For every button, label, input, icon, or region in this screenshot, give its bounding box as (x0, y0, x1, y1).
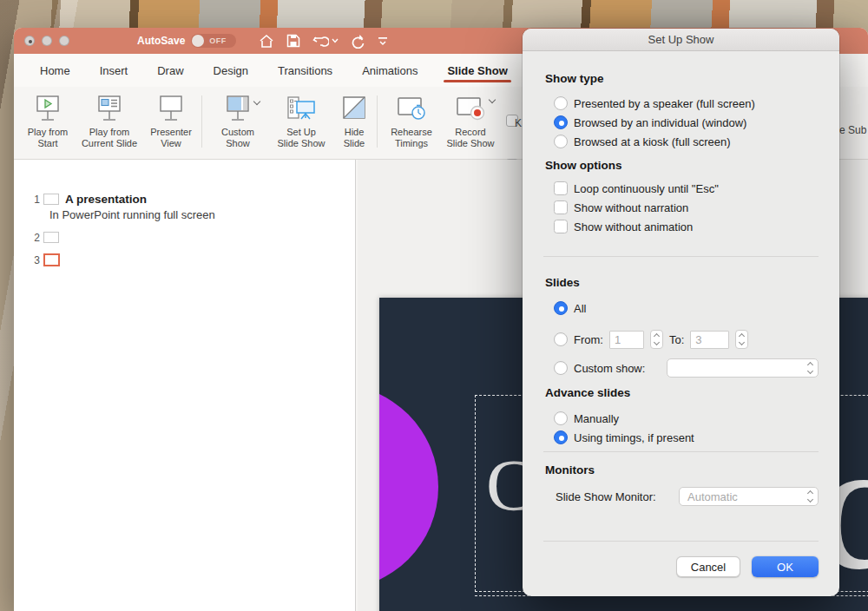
checkbox-loop-continuously[interactable]: Loop continuously until "Esc" (554, 180, 719, 197)
autosave-state: OFF (209, 36, 227, 45)
checkbox-label: Loop continuously until "Esc" (574, 182, 719, 195)
radio-icon[interactable] (554, 361, 568, 375)
set-up-slide-show-label2: Slide Show (277, 138, 325, 148)
from-input[interactable] (609, 331, 644, 349)
show-type-heading: Show type (545, 72, 604, 85)
autosave-toggle[interactable]: OFF (191, 34, 236, 48)
undo-icon[interactable] (312, 34, 329, 48)
set-up-slide-show-button[interactable]: Set UpSlide Show (269, 92, 333, 149)
radio-icon[interactable] (554, 411, 568, 425)
partial-label-right-top: e Sub (839, 124, 866, 136)
checkbox-icon[interactable] (554, 220, 568, 233)
radio-browsed-by-individual[interactable]: Browsed by an individual (window) (554, 114, 746, 131)
slides-heading: Slides (545, 276, 580, 289)
show-options-heading: Show options (545, 159, 622, 172)
partial-label-left-top: K (515, 117, 522, 129)
radio-selected-icon[interactable] (554, 301, 568, 315)
presenter-view-icon (156, 92, 186, 127)
tab-animations[interactable]: Animations (360, 56, 419, 85)
dropdown-chevrons-icon (808, 489, 812, 503)
dialog-titlebar[interactable]: Set Up Show (523, 29, 839, 51)
hide-slide-label: Hide (345, 127, 365, 137)
save-icon[interactable] (286, 34, 300, 48)
tab-draw[interactable]: Draw (155, 56, 185, 85)
undo-chevron-icon[interactable] (332, 38, 339, 43)
checkbox-icon[interactable] (554, 200, 568, 214)
redo-icon[interactable] (351, 34, 365, 49)
purple-circle-shape[interactable] (379, 384, 438, 589)
radio-label: All (574, 302, 586, 315)
play-from-current-label2: Current Slide (82, 138, 137, 148)
zoom-button[interactable] (59, 36, 69, 46)
radio-slides-from-to[interactable]: From: To: (554, 330, 748, 349)
rehearse-timings-button[interactable]: RehearseTimings (384, 92, 439, 149)
radio-using-timings[interactable]: Using timings, if present (554, 429, 694, 446)
dialog-divider (543, 451, 819, 452)
slide-1-thumbnail[interactable] (43, 194, 59, 205)
radio-manually[interactable]: Manually (554, 410, 619, 427)
slide-1-title[interactable]: A presentation (65, 193, 147, 206)
stepper-up-icon[interactable] (739, 333, 745, 339)
radio-slides-all[interactable]: All (554, 299, 586, 317)
tab-insert[interactable]: Insert (98, 56, 130, 85)
slide-3-thumbnail-selected[interactable] (43, 253, 60, 266)
stepper-down-icon[interactable] (739, 339, 745, 345)
slide-2-thumbnail[interactable] (43, 232, 59, 243)
record-dropdown-chevron-icon[interactable] (489, 96, 496, 103)
checkbox-show-without-narration[interactable]: Show without narration (554, 199, 688, 216)
slide-show-monitor-dropdown[interactable]: Automatic (679, 487, 819, 506)
radio-selected-icon[interactable] (554, 430, 568, 444)
checkbox-icon[interactable] (554, 181, 568, 195)
custom-show-label: Custom (221, 127, 254, 137)
rehearse-timings-label: Rehearse (391, 127, 432, 137)
slide-1-subtitle[interactable]: In PowerPoint running full screen (49, 208, 215, 221)
radio-icon[interactable] (554, 332, 568, 346)
custom-show-label2: Show (226, 138, 250, 148)
radio-selected-icon[interactable] (554, 115, 568, 129)
toolbar-overflow-icon[interactable] (378, 36, 388, 46)
radio-label: Using timings, if present (574, 431, 694, 444)
radio-icon[interactable] (554, 135, 568, 148)
presenter-view-label: Presenter (150, 127, 192, 137)
tab-design[interactable]: Design (212, 56, 250, 85)
play-from-current-slide-button[interactable]: Play fromCurrent Slide (76, 92, 142, 149)
tab-slide-show[interactable]: Slide Show (445, 56, 509, 85)
ok-button[interactable]: OK (752, 556, 819, 577)
play-from-current-label: Play from (89, 127, 129, 137)
stepper-down-icon[interactable] (654, 339, 660, 345)
rehearse-timings-label2: Timings (395, 138, 428, 148)
checkbox-show-without-animation[interactable]: Show without animation (554, 218, 693, 235)
play-from-start-icon (33, 92, 62, 127)
radio-label: Presented by a speaker (full screen) (574, 97, 755, 110)
custom-show-dropdown[interactable] (667, 358, 819, 378)
from-stepper[interactable] (650, 330, 663, 349)
outline-slide-1[interactable]: 1 A presentation In PowerPoint running f… (14, 193, 147, 206)
radio-browsed-at-kiosk[interactable]: Browsed at a kiosk (full screen) (554, 133, 731, 150)
close-button[interactable] (24, 36, 35, 46)
radio-icon[interactable] (554, 96, 568, 110)
tab-home[interactable]: Home (38, 56, 72, 85)
hide-slide-label2: Slide (344, 138, 365, 148)
slide-show-monitor-label: Slide Show Monitor: (556, 490, 656, 503)
record-slide-show-button[interactable]: RecordSlide Show (439, 92, 502, 149)
play-from-start-button[interactable]: Play fromStart (19, 92, 76, 149)
slide-2-number: 2 (14, 231, 40, 244)
to-stepper[interactable] (735, 330, 748, 349)
hide-slide-button[interactable]: HideSlide (333, 92, 375, 149)
presenter-view-button[interactable]: PresenterView (142, 92, 200, 149)
home-icon[interactable] (259, 34, 274, 49)
set-up-slide-show-label: Set Up (286, 127, 316, 137)
custom-show-button[interactable]: CustomShow (207, 92, 269, 149)
tab-transitions[interactable]: Transitions (276, 56, 334, 85)
minimize-button[interactable] (42, 36, 52, 46)
cancel-button[interactable]: Cancel (676, 556, 740, 577)
play-from-start-label: Play from (28, 127, 68, 137)
outline-slide-2[interactable]: 2 (14, 231, 59, 244)
radio-presented-by-speaker[interactable]: Presented by a speaker (full screen) (554, 95, 755, 112)
radio-custom-show[interactable]: Custom show: (554, 358, 645, 378)
dropdown-chevrons-icon (808, 361, 812, 375)
custom-show-dropdown-chevron-icon[interactable] (253, 98, 260, 105)
set-up-slide-show-icon (285, 92, 318, 127)
to-input[interactable] (690, 331, 729, 349)
outline-slide-3[interactable]: 3 (14, 253, 60, 266)
